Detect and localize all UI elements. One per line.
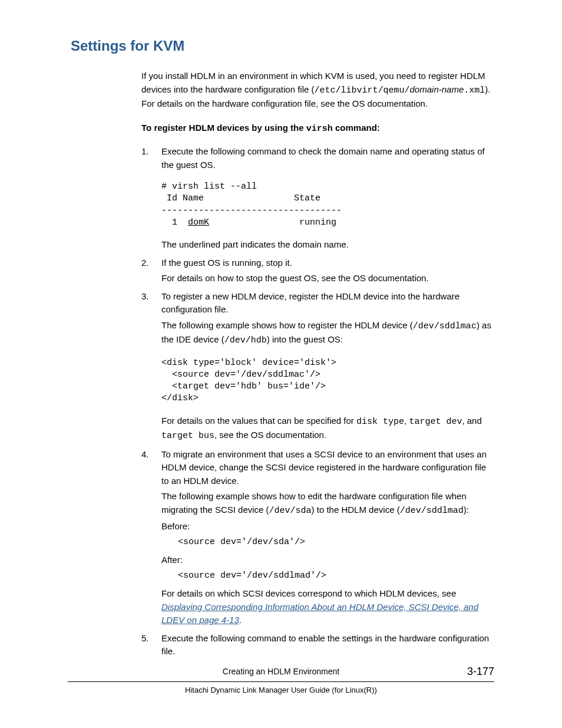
underlined-text: domK (188, 218, 209, 228)
step-4: 4. To migrate an environment that uses a… (141, 448, 494, 627)
step-number: 3. (141, 290, 149, 304)
text: . (239, 615, 242, 625)
code-text: disk type (356, 417, 404, 427)
section-heading: Settings for KVM (71, 35, 494, 57)
step-5: 5. Execute the following command to enab… (141, 632, 494, 658)
text: For details on the values that can be sp… (161, 416, 356, 426)
code-text: target dev (409, 417, 462, 427)
text: To register a new HDLM device, register … (161, 290, 494, 317)
code-line: running (209, 218, 336, 228)
intro-paragraph: If you install HDLM in an environment in… (141, 70, 494, 111)
page-number: 3-177 (467, 664, 494, 680)
code-block: <disk type='block' device='disk'> <sourc… (161, 357, 494, 405)
code-text: /dev/sddlmac (413, 321, 477, 331)
text: The underlined part indicates the domain… (161, 238, 494, 252)
text: ): (464, 505, 469, 515)
code-text: /dev/sda (269, 506, 312, 516)
text: For details on the values that can be sp… (161, 414, 494, 443)
footer-section-title: Creating an HDLM Environment (223, 667, 339, 676)
text: For details on which SCSI devices corres… (161, 587, 494, 627)
text: The following example shows how to regis… (161, 319, 494, 348)
code-line: <source dev='/dev/sda'/> (178, 536, 494, 549)
code-text: /dev/sddlmad (400, 506, 464, 516)
code-line: <source dev='/dev/sddlmad'/> (178, 569, 494, 583)
before-label: Before: (161, 520, 494, 533)
text: For details on which SCSI devices corres… (161, 588, 456, 598)
text: For details on how to stop the guest OS,… (161, 272, 494, 285)
text: The following example shows how to edit … (161, 490, 494, 518)
text: The following example shows how to regis… (161, 320, 413, 330)
procedure-heading: To register HDLM devices by using the vi… (141, 121, 494, 136)
step-2: 2. If the guest OS is running, stop it. … (141, 256, 494, 285)
after-label: After: (161, 554, 494, 567)
code-line: ---------------------------------- (161, 206, 342, 216)
step-number: 2. (141, 256, 149, 270)
text: To migrate an environment that uses a SC… (161, 448, 494, 488)
text: , and (462, 416, 481, 426)
code-line: 1 (161, 218, 188, 228)
text: command: (333, 123, 380, 133)
code-text: /dev/hdb (224, 335, 267, 345)
code-text: virsh (306, 124, 333, 134)
text: , see the OS documentation. (214, 430, 326, 440)
code-line: # virsh list --all (161, 182, 257, 192)
step-number: 5. (141, 632, 149, 645)
italic-text: domain-name (410, 84, 464, 94)
code-block: # virsh list --all Id Name State -------… (161, 181, 494, 229)
page-footer: Creating an HDLM Environment 3-177 Hitac… (68, 666, 494, 696)
step-number: 4. (141, 448, 149, 462)
footer-book-title: Hitachi Dynamic Link Manager User Guide … (68, 684, 494, 696)
code-text: .xml (464, 85, 485, 95)
text: Execute the following command to enable … (161, 632, 494, 658)
code-text: target bus (161, 431, 214, 441)
step-number: 1. (141, 145, 149, 159)
footer-rule (68, 681, 494, 682)
text: ) into the guest OS: (267, 334, 343, 344)
code-line: Id Name State (161, 193, 320, 203)
text: ) to the HDLM device ( (312, 505, 400, 515)
code-text: /etc/libvirt/qemu/ (315, 85, 410, 95)
step-1: 1. Execute the following command to chec… (141, 145, 494, 252)
step-3: 3. To register a new HDLM device, regist… (141, 290, 494, 443)
cross-reference-link[interactable]: Displaying Corresponding Information Abo… (161, 602, 478, 625)
text: Execute the following command to check t… (161, 145, 494, 172)
text: If the guest OS is running, stop it. (161, 256, 494, 270)
text: To register HDLM devices by using the (141, 123, 306, 133)
